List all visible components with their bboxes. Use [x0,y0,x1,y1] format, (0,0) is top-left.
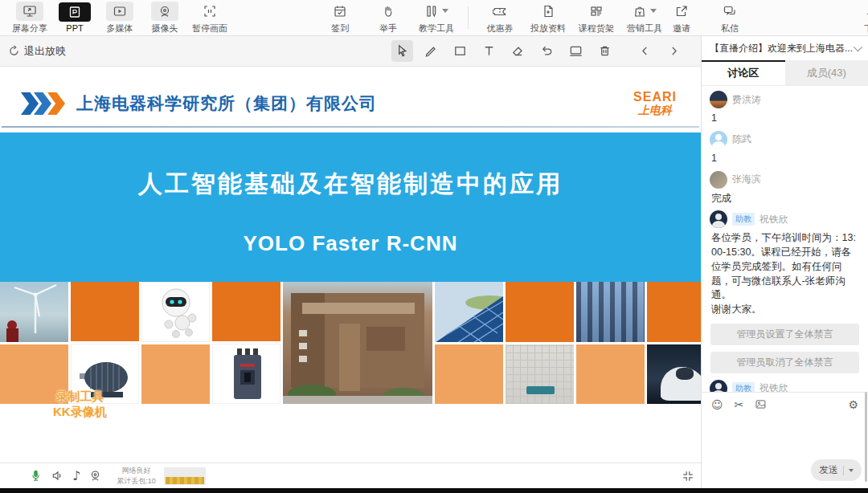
chat-message: 费洪涛 1 [710,91,860,126]
undo-button[interactable] [536,40,558,62]
end-class-button[interactable]: 下课 [854,2,868,35]
sidebar-scrollbar[interactable] [865,392,867,482]
solar-panels-graphic [435,282,503,342]
scissors-icon: ✂ [735,398,744,411]
message-header: 张海滨 [710,171,860,189]
sender-name: 张海滨 [732,173,761,186]
chat-settings-button[interactable]: ⚙ [848,399,858,410]
coupon-button[interactable]: 优惠券 [481,2,518,35]
wind-turbine-graphic [0,282,68,342]
avatar [710,91,727,108]
eraser-tool-button[interactable] [507,40,529,62]
tab-discussion[interactable]: 讨论区 [702,60,785,85]
toolbar-separator [468,6,469,29]
whiteboard-icon [568,43,583,59]
assistant-badge: 助教 [732,382,755,392]
message-text: 各位学员，下午培训时间为：13:00-15:30。课程已经开始，请各位学员完成签… [711,231,860,317]
rectangle-tool-button[interactable] [449,40,471,62]
pause-screen-button[interactable]: 暂停画面 [191,2,228,35]
camera-button[interactable]: 摄像头 [146,2,183,35]
marketing-tools-button[interactable]: 营销工具 [626,2,663,35]
message-list[interactable]: 费洪涛 1 陈武 1 张海滨 完成 [702,86,868,392]
multimedia-icon [106,2,133,21]
tab-members-label: 成员(43) [807,66,846,80]
multimedia-label: 多媒体 [107,22,133,35]
assistant-badge: 助教 [732,213,755,226]
raise-hand-button[interactable]: 举手 [370,2,407,35]
course-shelf-button[interactable]: 课程货架 [578,2,615,35]
photo-mosaic [0,282,701,404]
webcam-icon [88,469,102,483]
rectangle-icon [452,43,468,59]
teaching-tools-button[interactable]: 教学工具 [418,2,455,35]
orange-light-tile [576,344,645,405]
gear-icon: ⚙ [848,398,858,411]
chat-input-toolbar: ☺ ✂ ⚙ [702,393,868,410]
message-header: 助教 祝铁欣 [710,210,860,228]
clear-annotations-button[interactable] [594,40,616,62]
speaker-button[interactable] [51,469,64,483]
webcam-button[interactable] [88,469,102,483]
materials-button[interactable]: 投放资料 [530,2,567,35]
send-button-label: 发送 [819,463,838,477]
screen-share-button[interactable]: 屏幕分享 [11,2,48,35]
orange-light-tile [141,344,210,404]
trash-icon [597,43,612,59]
pen-tool-button[interactable] [420,40,442,62]
microphone-button[interactable] [29,469,43,483]
mosaic-column [212,282,280,404]
mosaic-column [506,282,574,404]
network-status-label: 网络良好 [117,466,156,475]
emoji-button[interactable]: ☺ [711,399,723,410]
window-bottom-strip [0,488,868,493]
message-input[interactable] [702,410,868,459]
screenshot-button[interactable]: ✂ [735,399,744,410]
system-message: 管理员取消了全体禁言 [710,352,859,373]
building-photo [283,282,432,404]
seari-logo-en: SEARI [633,91,677,104]
send-row: 发送 [702,459,868,488]
content-row: 退出放映 [0,36,868,488]
ppt-label: PPT [66,23,83,33]
image-icon [755,398,767,410]
toolbar-group-session: 邀请 私信 下课 [663,2,868,35]
multimedia-button[interactable]: 多媒体 [101,2,138,35]
image-button[interactable] [755,398,767,410]
tab-members[interactable]: 成员(43) [785,60,868,85]
microphone-icon [29,469,43,483]
text-tool-button[interactable] [478,40,500,62]
watermark-line2: KK录像机 [53,405,107,420]
exit-presentation-button[interactable]: 退出放映 [8,44,66,59]
pause-screen-label: 暂停画面 [192,22,227,35]
materials-label: 投放资料 [530,22,566,35]
pointer-tool-button[interactable] [391,40,413,62]
collapse-view-button[interactable] [682,470,694,483]
previous-slide-button[interactable] [634,40,656,62]
live-intro-bar[interactable]: 【直播介绍】欢迎来到上海电器... [702,36,868,60]
check-in-button[interactable]: 签到 [321,2,358,35]
system-message: 管理员设置了全体禁言 [710,324,859,345]
materials-icon [534,2,562,21]
ppt-button[interactable]: PPT [56,2,93,35]
send-button[interactable]: 发送 [811,459,862,481]
background-music-button[interactable]: ♪ [72,468,80,483]
private-message-label: 私信 [721,22,739,35]
chat-message: 助教 祝铁欣 各位学员，下午培训时间为：13:00-15:30。课程已经开始，请… [710,210,860,317]
invite-button[interactable]: 邀请 [663,2,700,35]
private-message-button[interactable]: 私信 [711,2,748,35]
network-sparkline [164,467,206,485]
building-graphic [283,282,432,404]
teaching-tools-icon [423,2,450,21]
message-header: 助教 祝铁欣 [710,380,860,392]
whiteboard-button[interactable] [565,40,587,62]
top-toolbar: 屏幕分享 PPT 多媒体 摄像头 [0,0,868,36]
eraser-icon [510,43,526,59]
slide-canvas[interactable]: 上海电器科学研究所（集团）有限公司 SEARI 上电科 人工智能基础及在智能制造… [0,67,701,462]
mosaic-column [71,282,139,404]
next-slide-button[interactable] [663,40,685,62]
header-divider [2,126,699,128]
check-in-label: 签到 [331,22,349,35]
text-tool-icon [481,43,497,59]
mosaic-column [576,282,645,404]
pointer-icon [395,43,410,59]
